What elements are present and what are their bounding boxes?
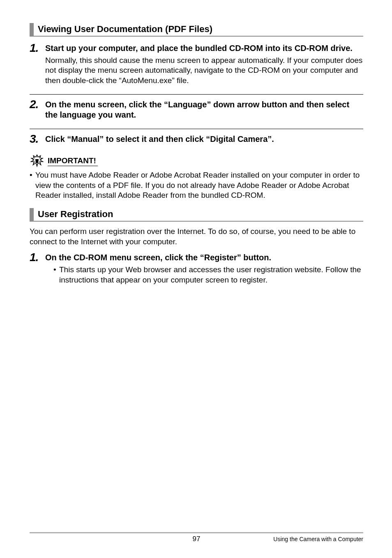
step-desc: Normally, this should cause the menu scr… <box>45 56 363 86</box>
important-label: IMPORTANT! <box>48 156 98 166</box>
step-1: 1. Start up your computer, and place the… <box>30 42 363 90</box>
page: Viewing User Documentation (PDF Files) 1… <box>0 0 392 558</box>
section-title: Viewing User Documentation (PDF Files) <box>38 23 212 35</box>
bullet-dot: • <box>53 265 59 285</box>
bullet-dot: • <box>30 170 35 201</box>
page-footer: 97 Using the Camera with a Computer <box>30 532 363 543</box>
important-text: You must have Adobe Reader or Adobe Acro… <box>35 170 363 201</box>
step-number: 3. <box>30 132 45 146</box>
step-title: On the menu screen, click the “Language”… <box>45 100 363 120</box>
step-title: Click “Manual” to select it and then cli… <box>45 134 363 145</box>
step-number: 1. <box>30 42 45 55</box>
sub-bullet-text: This starts up your Web browser and acce… <box>59 265 363 285</box>
step-title: Start up your computer, and place the bu… <box>45 43 363 54</box>
burst-icon <box>30 154 44 169</box>
step-title: On the CD-ROM menu screen, click the “Re… <box>45 252 363 263</box>
section-heading-user-registration: User Registration <box>30 208 363 222</box>
svg-marker-2 <box>35 159 39 163</box>
section-title: User Registration <box>38 208 113 220</box>
sub-bullet: • This starts up your Web browser and ac… <box>53 265 363 285</box>
step-body: Start up your computer, and place the bu… <box>45 42 363 86</box>
step-body: On the menu screen, click the “Language”… <box>45 98 363 120</box>
page-number: 97 <box>193 535 201 543</box>
section-intro: You can perform user registration over t… <box>30 227 363 247</box>
important-heading: IMPORTANT! <box>30 154 363 169</box>
s2-step-1: 1. On the CD-ROM menu screen, click the … <box>30 251 363 289</box>
section-heading-viewing-docs: Viewing User Documentation (PDF Files) <box>30 23 363 37</box>
important-bullet: • You must have Adobe Reader or Adobe Ac… <box>30 170 363 201</box>
step-number: 1. <box>30 251 45 264</box>
footer-section-label: Using the Camera with a Computer <box>200 536 363 542</box>
step-body: On the CD-ROM menu screen, click the “Re… <box>45 251 363 285</box>
step-3: 3. Click “Manual” to select it and then … <box>30 129 363 150</box>
step-number: 2. <box>30 98 45 111</box>
step-2: 2. On the menu screen, click the “Langua… <box>30 94 363 125</box>
step-body: Click “Manual” to select it and then cli… <box>45 132 363 145</box>
